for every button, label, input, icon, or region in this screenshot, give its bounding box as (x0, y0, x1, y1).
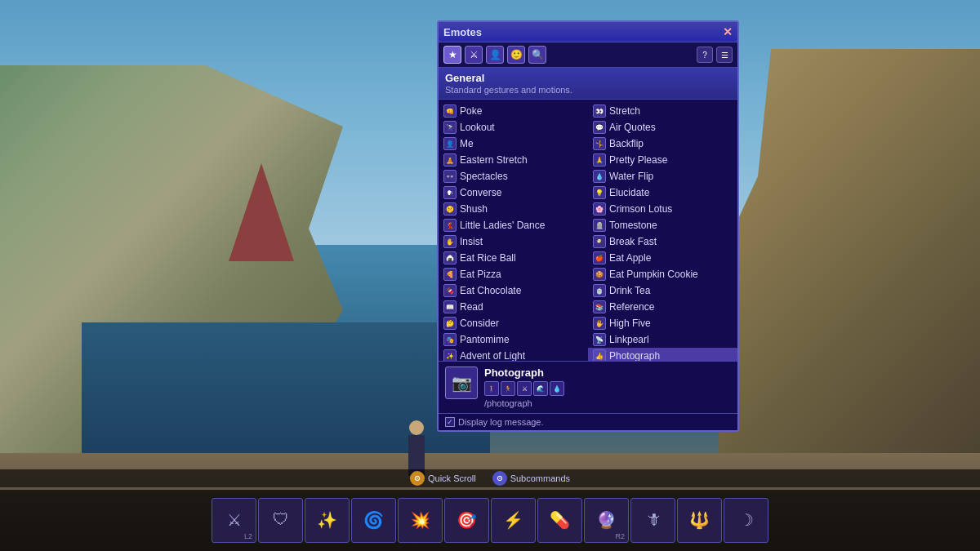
emote-label: Advent of Light (460, 350, 525, 361)
list-item[interactable]: 📚 Reference (588, 299, 737, 315)
menu-button[interactable]: ☰ (716, 47, 733, 63)
tab-general[interactable]: 👤 (486, 46, 504, 64)
hotbar-slot-11[interactable]: 🔱 (677, 498, 722, 543)
display-log-checkbox[interactable] (445, 417, 455, 427)
display-log-label: Display log message. (458, 417, 544, 427)
list-item[interactable]: 💡 Elucidate (588, 184, 737, 201)
list-item[interactable]: ✋ Insist (439, 233, 588, 250)
emote-icon: 💃 (443, 219, 457, 232)
list-item[interactable]: 👊 Poke (439, 103, 588, 119)
slot-icon: ⚡ (503, 510, 523, 530)
panel-footer: Display log message. (439, 413, 737, 430)
subcommands-label: Subcommands (510, 473, 570, 483)
list-item[interactable]: 👓 Spectacles (439, 168, 588, 184)
list-item[interactable]: 🤸 Backflip (588, 136, 737, 152)
emote-icon: 🤸 (593, 137, 606, 150)
hotbar-slot-8[interactable]: 💊 (537, 498, 582, 543)
category-header: General Standard gestures and motions. (439, 68, 737, 100)
emote-label: Tomestone (609, 220, 657, 231)
emote-label: Pretty Please (609, 154, 667, 166)
list-item[interactable]: 👀 Stretch (588, 103, 737, 119)
quick-scroll-button[interactable]: ⊙ (410, 471, 425, 486)
slot-icon: ⚔ (227, 510, 242, 530)
list-item[interactable]: 🍳 Break Fast (588, 233, 737, 250)
list-item[interactable]: 💧 Water Flip (588, 168, 737, 184)
list-item[interactable]: 🍫 Eat Chocolate (439, 282, 588, 299)
list-item[interactable]: 🎭 Pantomime (439, 331, 588, 348)
character-head (409, 420, 424, 435)
hotbar-slot-2[interactable]: 🛡 (258, 498, 303, 543)
photograph-emote-icon: 👍 (593, 349, 606, 361)
hotbar-slot-7[interactable]: ⚡ (491, 498, 536, 543)
emote-label: Air Quotes (609, 122, 656, 133)
emote-detail: 📷 Photograph 🚶 🏃 ⚔ 🌊 💧 /photograph (439, 361, 737, 413)
emote-icon: 🍕 (443, 268, 457, 281)
emote-icon: 🗣 (443, 186, 457, 199)
list-item[interactable]: 🌸 Crimson Lotus (588, 201, 737, 217)
slot-icon: ✨ (317, 510, 337, 530)
emote-label: Read (460, 301, 483, 313)
emote-label: Eat Chocolate (460, 285, 521, 296)
emote-label: Eat Apple (609, 252, 651, 264)
tab-emote[interactable]: 🙂 (507, 46, 525, 64)
subcommands-button[interactable]: ⊙ (492, 471, 507, 486)
tab-favorites[interactable]: ★ (443, 46, 461, 64)
hotbar-slot-10[interactable]: 🗡 (630, 498, 675, 543)
list-item[interactable]: 🍙 Eat Rice Ball (439, 250, 588, 266)
emote-command: /photograph (484, 398, 731, 408)
list-item[interactable]: 🗣 Converse (439, 184, 588, 201)
list-item[interactable]: 🍪 Eat Pumpkin Cookie (588, 266, 737, 282)
list-item[interactable]: 🤫 Shush (439, 201, 588, 217)
list-item[interactable]: 🖐 High Five (588, 315, 737, 331)
list-item[interactable]: 🍕 Eat Pizza (439, 266, 588, 282)
list-item-photograph[interactable]: 👍 Photograph (588, 348, 737, 361)
emote-icon: 📚 (593, 300, 606, 313)
list-item[interactable]: ✨ Advent of Light (439, 348, 588, 361)
list-item[interactable]: 🍵 Drink Tea (588, 282, 737, 299)
hotbar-slot-9[interactable]: 🔮 R2 (584, 498, 629, 543)
list-item[interactable]: 🔭 Lookout (439, 119, 588, 136)
hotbar-slot-5[interactable]: 💥 (398, 498, 443, 543)
title-bar: Emotes ✕ (439, 22, 737, 42)
emote-icon: 🪦 (593, 219, 606, 232)
emote-label: Shush (460, 203, 488, 215)
help-button[interactable]: ? (697, 47, 713, 63)
list-item[interactable]: 🪦 Tomestone (588, 217, 737, 233)
tab-combat[interactable]: ⚔ (465, 46, 483, 64)
emote-icon: 👀 (593, 104, 606, 118)
sub-icon-3: ⚔ (517, 381, 532, 396)
emote-icon: 🙏 (593, 153, 606, 167)
sub-icon-5: 💧 (550, 381, 564, 396)
list-item[interactable]: 🙏 Pretty Please (588, 152, 737, 168)
list-item[interactable]: 💃 Little Ladies' Dance (439, 217, 588, 233)
slot-icon: 🛡 (273, 510, 289, 529)
emote-label: Crimson Lotus (609, 203, 672, 215)
close-button[interactable]: ✕ (723, 25, 733, 38)
emote-icon: 👊 (443, 104, 457, 118)
list-item[interactable]: 🤔 Consider (439, 315, 588, 331)
detail-icon-row: 🚶 🏃 ⚔ 🌊 💧 (484, 381, 731, 396)
emote-icon: 🌸 (593, 202, 606, 216)
emote-icon: 📖 (443, 300, 457, 313)
hotbar-slot-12[interactable]: ☽ (724, 498, 768, 543)
category-title: General (445, 72, 731, 84)
emote-icon: 🤔 (443, 317, 457, 330)
emote-label: Spectacles (460, 171, 508, 182)
list-item[interactable]: 📖 Read (439, 299, 588, 315)
emote-label: Backflip (609, 138, 644, 149)
emote-label: Linkpearl (609, 334, 649, 345)
list-item[interactable]: 💬 Air Quotes (588, 119, 737, 136)
hotbar-slot-1[interactable]: ⚔ L2 (212, 498, 256, 543)
list-item[interactable]: 📡 Linkpearl (588, 331, 737, 348)
tab-bar: ★ ⚔ 👤 🙂 🔍 ? ☰ (439, 42, 737, 68)
list-item[interactable]: 👤 Me (439, 136, 588, 152)
hotbar-slot-4[interactable]: 🌀 (351, 498, 396, 543)
hotbar-slot-3[interactable]: ✨ (305, 498, 350, 543)
list-item[interactable]: 🧘 Eastern Stretch (439, 152, 588, 168)
list-item[interactable]: 🍎 Eat Apple (588, 250, 737, 266)
emote-label: Little Ladies' Dance (460, 220, 545, 231)
emotes-list: 👊 Poke 👀 Stretch 🔭 Lookout 💬 Air Quotes … (439, 100, 737, 361)
quick-scroll-item: ⊙ Quick Scroll (410, 471, 476, 486)
hotbar-slot-6[interactable]: 🎯 (444, 498, 489, 543)
tab-search[interactable]: 🔍 (528, 46, 546, 64)
